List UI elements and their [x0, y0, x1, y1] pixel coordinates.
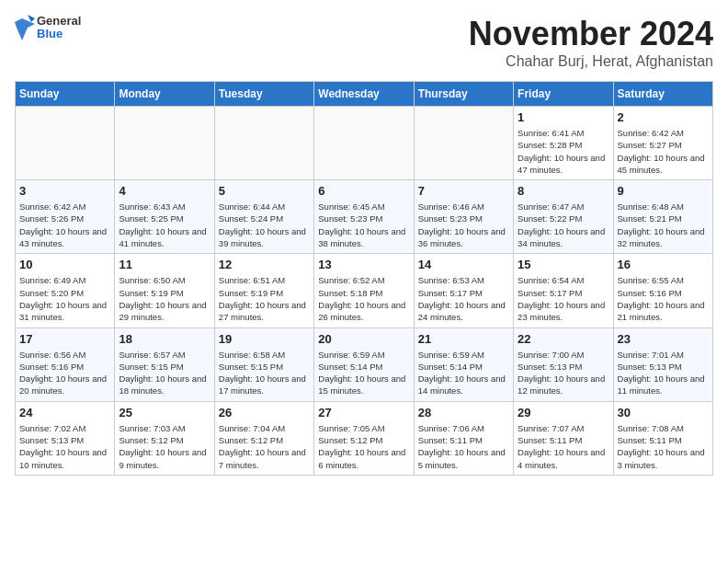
title-block: November 2024 Chahar Burj, Herat, Afghan… [469, 15, 713, 70]
calendar-cell: 13Sunrise: 6:52 AM Sunset: 5:18 PM Dayli… [314, 254, 414, 327]
day-info: Sunrise: 6:43 AM Sunset: 5:25 PM Dayligh… [119, 201, 210, 249]
calendar-cell: 21Sunrise: 6:59 AM Sunset: 5:14 PM Dayli… [414, 327, 513, 401]
day-number: 4 [119, 184, 210, 198]
day-number: 29 [518, 406, 609, 419]
calendar-cell [16, 107, 115, 180]
day-number: 14 [418, 258, 509, 271]
day-number: 8 [518, 184, 609, 198]
calendar-cell: 3Sunrise: 6:42 AM Sunset: 5:26 PM Daylig… [16, 180, 115, 254]
calendar-cell [414, 107, 513, 180]
weekday-header-sunday: Sunday [16, 82, 115, 107]
calendar-cell: 29Sunrise: 7:07 AM Sunset: 5:11 PM Dayli… [514, 401, 613, 475]
day-info: Sunrise: 6:42 AM Sunset: 5:26 PM Dayligh… [19, 201, 110, 249]
day-info: Sunrise: 6:49 AM Sunset: 5:20 PM Dayligh… [19, 274, 110, 323]
day-number: 15 [518, 258, 609, 271]
calendar-cell [214, 107, 313, 180]
day-number: 10 [19, 258, 110, 271]
day-number: 20 [318, 332, 409, 346]
calendar-cell: 24Sunrise: 7:02 AM Sunset: 5:13 PM Dayli… [16, 401, 115, 475]
day-info: Sunrise: 6:46 AM Sunset: 5:23 PM Dayligh… [418, 201, 509, 249]
logo-container: General Blue [15, 15, 81, 41]
calendar-cell: 9Sunrise: 6:48 AM Sunset: 5:21 PM Daylig… [613, 180, 712, 254]
day-info: Sunrise: 6:54 AM Sunset: 5:17 PM Dayligh… [518, 274, 609, 323]
calendar-cell: 6Sunrise: 6:45 AM Sunset: 5:23 PM Daylig… [314, 180, 414, 254]
calendar-cell: 28Sunrise: 7:06 AM Sunset: 5:11 PM Dayli… [414, 401, 513, 475]
day-number: 22 [518, 332, 609, 346]
calendar-week-row: 1Sunrise: 6:41 AM Sunset: 5:28 PM Daylig… [16, 107, 713, 180]
logo-general: General [37, 15, 81, 28]
calendar-week-row: 3Sunrise: 6:42 AM Sunset: 5:26 PM Daylig… [16, 180, 713, 254]
weekday-header-row: SundayMondayTuesdayWednesdayThursdayFrid… [16, 82, 713, 107]
day-info: Sunrise: 6:48 AM Sunset: 5:21 PM Dayligh… [618, 201, 709, 249]
day-number: 12 [219, 258, 310, 271]
calendar-cell: 16Sunrise: 6:55 AM Sunset: 5:16 PM Dayli… [613, 254, 712, 327]
day-info: Sunrise: 6:58 AM Sunset: 5:15 PM Dayligh… [219, 349, 310, 397]
day-number: 27 [318, 406, 409, 419]
day-info: Sunrise: 7:05 AM Sunset: 5:12 PM Dayligh… [318, 422, 409, 471]
day-number: 17 [19, 332, 110, 346]
day-number: 16 [618, 258, 709, 271]
calendar-cell: 4Sunrise: 6:43 AM Sunset: 5:25 PM Daylig… [115, 180, 214, 254]
month-title: November 2024 [469, 15, 713, 53]
weekday-header-friday: Friday [514, 82, 613, 107]
day-number: 9 [618, 184, 709, 198]
calendar-week-row: 10Sunrise: 6:49 AM Sunset: 5:20 PM Dayli… [16, 254, 713, 327]
day-info: Sunrise: 7:07 AM Sunset: 5:11 PM Dayligh… [518, 422, 609, 471]
calendar-cell: 15Sunrise: 6:54 AM Sunset: 5:17 PM Dayli… [514, 254, 613, 327]
calendar-cell: 17Sunrise: 6:56 AM Sunset: 5:16 PM Dayli… [16, 327, 115, 401]
day-info: Sunrise: 6:57 AM Sunset: 5:15 PM Dayligh… [119, 349, 210, 397]
day-number: 21 [418, 332, 509, 346]
calendar-week-row: 24Sunrise: 7:02 AM Sunset: 5:13 PM Dayli… [16, 401, 713, 475]
day-info: Sunrise: 6:50 AM Sunset: 5:19 PM Dayligh… [119, 274, 210, 323]
svg-marker-0 [15, 18, 35, 40]
calendar-header: SundayMondayTuesdayWednesdayThursdayFrid… [16, 82, 713, 107]
day-info: Sunrise: 6:45 AM Sunset: 5:23 PM Dayligh… [318, 201, 409, 249]
day-info: Sunrise: 6:41 AM Sunset: 5:28 PM Dayligh… [518, 127, 609, 176]
calendar-cell: 2Sunrise: 6:42 AM Sunset: 5:27 PM Daylig… [613, 107, 712, 180]
day-number: 13 [318, 258, 409, 271]
weekday-header-saturday: Saturday [613, 82, 712, 107]
page-header: General Blue November 2024 Chahar Burj, … [15, 15, 713, 70]
weekday-header-wednesday: Wednesday [314, 82, 414, 107]
calendar-cell: 18Sunrise: 6:57 AM Sunset: 5:15 PM Dayli… [115, 327, 214, 401]
day-info: Sunrise: 6:44 AM Sunset: 5:24 PM Dayligh… [219, 201, 310, 249]
weekday-header-thursday: Thursday [414, 82, 513, 107]
calendar-cell: 27Sunrise: 7:05 AM Sunset: 5:12 PM Dayli… [314, 401, 414, 475]
day-info: Sunrise: 6:47 AM Sunset: 5:22 PM Dayligh… [518, 201, 609, 249]
logo: General Blue [15, 15, 81, 41]
day-info: Sunrise: 6:55 AM Sunset: 5:16 PM Dayligh… [618, 274, 709, 323]
svg-marker-1 [28, 15, 35, 22]
calendar-cell: 26Sunrise: 7:04 AM Sunset: 5:12 PM Dayli… [214, 401, 313, 475]
location-title: Chahar Burj, Herat, Afghanistan [469, 53, 713, 70]
day-number: 25 [119, 406, 210, 419]
day-number: 28 [418, 406, 509, 419]
day-info: Sunrise: 6:52 AM Sunset: 5:18 PM Dayligh… [318, 274, 409, 323]
day-number: 5 [219, 184, 310, 198]
day-number: 7 [418, 184, 509, 198]
day-info: Sunrise: 6:59 AM Sunset: 5:14 PM Dayligh… [418, 349, 509, 397]
day-info: Sunrise: 6:56 AM Sunset: 5:16 PM Dayligh… [19, 349, 110, 397]
calendar-cell: 25Sunrise: 7:03 AM Sunset: 5:12 PM Dayli… [115, 401, 214, 475]
day-number: 3 [19, 184, 110, 198]
calendar-body: 1Sunrise: 6:41 AM Sunset: 5:28 PM Daylig… [16, 107, 713, 476]
day-number: 11 [119, 258, 210, 271]
day-number: 6 [318, 184, 409, 198]
day-info: Sunrise: 7:08 AM Sunset: 5:11 PM Dayligh… [618, 422, 709, 471]
weekday-header-monday: Monday [115, 82, 214, 107]
day-number: 19 [219, 332, 310, 346]
day-number: 26 [219, 406, 310, 419]
day-info: Sunrise: 7:04 AM Sunset: 5:12 PM Dayligh… [219, 422, 310, 471]
calendar-cell [314, 107, 414, 180]
weekday-header-tuesday: Tuesday [214, 82, 313, 107]
calendar-cell: 11Sunrise: 6:50 AM Sunset: 5:19 PM Dayli… [115, 254, 214, 327]
calendar-cell: 23Sunrise: 7:01 AM Sunset: 5:13 PM Dayli… [613, 327, 712, 401]
calendar-cell: 19Sunrise: 6:58 AM Sunset: 5:15 PM Dayli… [214, 327, 313, 401]
day-number: 23 [618, 332, 709, 346]
day-number: 2 [618, 110, 709, 124]
calendar-cell: 10Sunrise: 6:49 AM Sunset: 5:20 PM Dayli… [16, 254, 115, 327]
day-info: Sunrise: 6:59 AM Sunset: 5:14 PM Dayligh… [318, 349, 409, 397]
day-info: Sunrise: 7:01 AM Sunset: 5:13 PM Dayligh… [618, 349, 709, 397]
calendar-week-row: 17Sunrise: 6:56 AM Sunset: 5:16 PM Dayli… [16, 327, 713, 401]
calendar-cell: 7Sunrise: 6:46 AM Sunset: 5:23 PM Daylig… [414, 180, 513, 254]
logo-blue: Blue [37, 28, 81, 40]
